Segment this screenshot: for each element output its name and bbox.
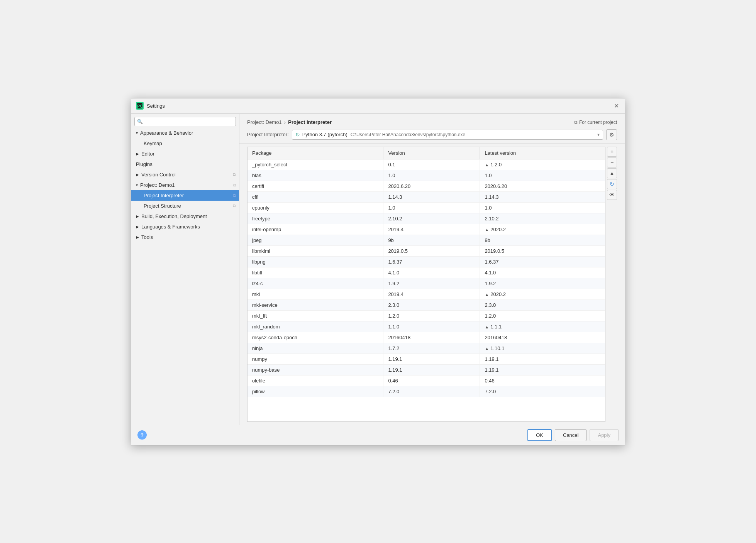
ok-button[interactable]: OK [527,429,552,441]
packages-table: Package Version Latest version _pytorch_… [247,147,605,397]
table-row[interactable]: intel-openmp2019.4▲2020.2 [247,224,605,235]
sidebar-item-build-exec[interactable]: ▶ Build, Execution, Deployment [131,211,239,222]
table-row[interactable]: pillow7.2.07.2.0 [247,386,605,397]
package-name-cell: numpy-base [247,364,383,375]
copy-icon: ⧉ [233,203,236,208]
version-cell: 1.1.0 [383,321,480,332]
table-row[interactable]: numpy1.19.11.19.1 [247,354,605,364]
latest-version-cell: 2019.0.5 [480,245,605,256]
table-row[interactable]: numpy-base1.19.11.19.1 [247,364,605,375]
sidebar-item-editor[interactable]: ▶ Editor [131,149,239,159]
interpreter-row: Project Interpreter: ↻ Python 3.7 (pytor… [247,129,617,140]
latest-version-cell: 9b [480,235,605,245]
app-icon: PC [136,102,144,110]
table-row[interactable]: libpng1.6.371.6.37 [247,256,605,267]
sidebar-item-languages[interactable]: ▶ Languages & Frameworks [131,222,239,232]
eye-package-button[interactable]: 👁 [607,190,617,200]
footer-left: ? [137,430,147,440]
interpreter-path: C:\Users\Peter Hai\Anaconda3\envs\pytorc… [351,132,466,137]
package-name-cell: ninja [247,343,383,354]
package-name-cell: jpeg [247,235,383,245]
help-button[interactable]: ? [137,430,147,440]
table-row[interactable]: lz4-c1.9.21.9.2 [247,278,605,289]
cancel-button[interactable]: Cancel [555,429,586,441]
version-cell: 1.2.0 [383,310,480,321]
table-row[interactable]: _pytorch_select0.1▲1.2.0 [247,159,605,170]
version-cell: 1.14.3 [383,191,480,202]
sidebar-item-tools[interactable]: ▶ Tools [131,232,239,242]
table-row[interactable]: libmklml2019.0.52019.0.5 [247,245,605,256]
breadcrumb-separator: › [284,119,286,125]
sync-package-button[interactable]: ↻ [607,179,617,189]
search-input[interactable] [144,119,233,124]
sidebar-item-keymap[interactable]: Keymap [131,138,239,149]
title-bar-left: PC Settings [136,102,165,110]
package-name-cell: msys2-conda-epoch [247,332,383,343]
add-package-button[interactable]: + [607,147,617,157]
sidebar-item-project-demo1[interactable]: ▾ Project: Demo1 ⧉ [131,180,239,190]
package-name-cell: mkl_random [247,321,383,332]
sidebar-item-label: Languages & Frameworks [141,224,200,230]
project-icon: ⧉ [574,120,578,125]
breadcrumb: Project: Demo1 › Project Interpreter [247,119,332,125]
sidebar-item-appearance[interactable]: ▾ Appearance & Behavior [131,128,239,138]
version-cell: 2019.4 [383,224,480,235]
package-name-cell: cffi [247,191,383,202]
latest-version-cell: 0.46 [480,375,605,386]
package-name-cell: libmklml [247,245,383,256]
table-row[interactable]: jpeg9b9b [247,235,605,245]
sidebar-item-version-control[interactable]: ▶ Version Control ⧉ [131,169,239,180]
package-name-cell: intel-openmp [247,224,383,235]
latest-version-cell: 4.1.0 [480,267,605,278]
table-row[interactable]: certifi2020.6.202020.6.20 [247,181,605,191]
version-cell: 1.7.2 [383,343,480,354]
table-row[interactable]: mkl_fft1.2.01.2.0 [247,310,605,321]
apply-button[interactable]: Apply [590,429,619,441]
version-cell: 1.0 [383,202,480,213]
remove-package-button[interactable]: − [607,157,617,167]
table-row[interactable]: libtiff4.1.04.1.0 [247,267,605,278]
version-cell: 1.19.1 [383,354,480,364]
latest-version-cell: 1.19.1 [480,354,605,364]
right-panel: Project: Demo1 › Project Interpreter ⧉ F… [239,114,625,425]
package-name-cell: pillow [247,386,383,397]
latest-version-cell: ▲1.10.1 [480,343,605,354]
latest-version-cell: 2.10.2 [480,213,605,224]
table-row[interactable]: olefile0.460.46 [247,375,605,386]
latest-version-cell: 1.2.0 [480,310,605,321]
package-name-cell: mkl_fft [247,310,383,321]
table-row[interactable]: mkl_random1.1.0▲1.1.1 [247,321,605,332]
settings-dialog: PC Settings ✕ 🔍 ▾ Appearance & Behavior … [131,98,625,445]
upgrade-arrow-icon: ▲ [485,346,489,351]
table-row[interactable]: cpuonly1.01.0 [247,202,605,213]
up-package-button[interactable]: ▲ [607,168,617,178]
close-button[interactable]: ✕ [612,102,620,110]
table-actions: + − ▲ ↻ 👁 [605,147,617,422]
search-box[interactable]: 🔍 [134,117,236,126]
version-cell: 4.1.0 [383,267,480,278]
interpreter-settings-button[interactable]: ⚙ [606,129,617,140]
table-row[interactable]: blas1.01.0 [247,170,605,181]
sidebar-item-plugins[interactable]: Plugins [131,159,239,169]
footer-right: OK Cancel Apply [527,429,619,441]
latest-version-cell: ▲2020.2 [480,289,605,299]
table-row[interactable]: msys2-conda-epoch2016041820160418 [247,332,605,343]
package-name-cell: certifi [247,181,383,191]
table-row[interactable]: freetype2.10.22.10.2 [247,213,605,224]
interpreter-dropdown[interactable]: ↻ Python 3.7 (pytorch) C:\Users\Peter Ha… [292,130,603,140]
table-row[interactable]: mkl-service2.3.02.3.0 [247,299,605,310]
sidebar-item-project-interpreter[interactable]: Project Interpreter ⧉ [131,190,239,201]
package-name-cell: libtiff [247,267,383,278]
latest-version-cell: 2020.6.20 [480,181,605,191]
sidebar-item-project-structure[interactable]: Project Structure ⧉ [131,201,239,211]
latest-version-cell: ▲1.1.1 [480,321,605,332]
version-cell: 2.10.2 [383,213,480,224]
table-row[interactable]: mkl2019.4▲2020.2 [247,289,605,299]
version-cell: 1.0 [383,170,480,181]
package-name-cell: lz4-c [247,278,383,289]
packages-table-container[interactable]: Package Version Latest version _pytorch_… [247,147,605,422]
version-cell: 2019.4 [383,289,480,299]
table-row[interactable]: ninja1.7.2▲1.10.1 [247,343,605,354]
sidebar-item-label: Version Control [141,172,176,178]
table-row[interactable]: cffi1.14.31.14.3 [247,191,605,202]
